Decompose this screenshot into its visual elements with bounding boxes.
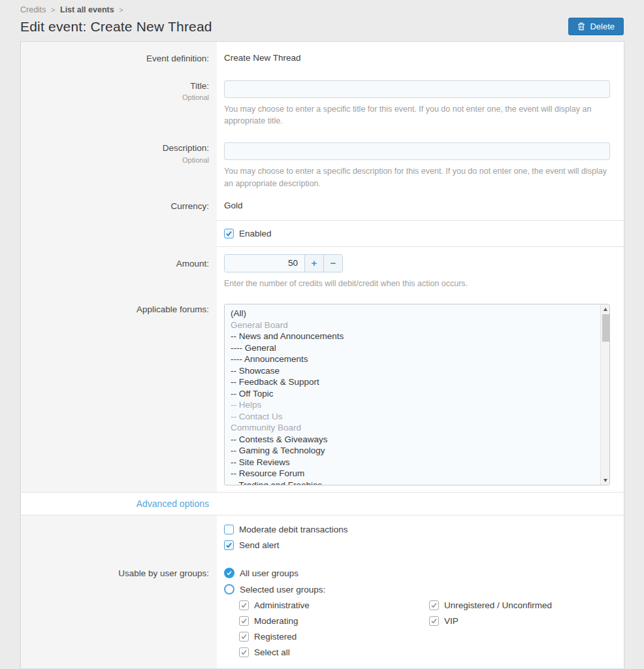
user-group-label: Select all	[254, 647, 290, 657]
page-title: Edit event: Create New Thread	[20, 19, 212, 35]
applicable-forums-label: Applicable forums:	[21, 304, 209, 316]
trash-icon	[577, 22, 585, 31]
forum-option[interactable]: -- Showcase	[231, 365, 595, 377]
usable-by-label: Usable by user groups:	[21, 568, 209, 579]
send-alert-checkbox[interactable]	[224, 540, 234, 550]
description-optional-label: Optional	[21, 156, 209, 164]
user-group-label: Registered	[254, 632, 297, 642]
forum-option[interactable]: -- Contests & Giveaways	[231, 434, 595, 446]
user-group-checkbox[interactable]	[239, 600, 249, 610]
forum-option[interactable]: -- Helps	[231, 399, 595, 411]
forum-option[interactable]: ---- Announcements	[231, 353, 595, 365]
forum-option[interactable]: -- Resource Forum	[231, 468, 595, 480]
all-user-groups-label: All user groups	[240, 568, 298, 578]
title-help: You may choose to enter a specific title…	[224, 103, 610, 127]
applicable-forums-listbox[interactable]: (All) General Board -- News and Announce…	[224, 304, 610, 485]
row-usable-by-user-groups: Usable by user groups: All user groups S…	[21, 560, 624, 668]
breadcrumb-credits[interactable]: Credits	[20, 5, 46, 14]
forum-option[interactable]: -- Off Topic	[231, 388, 595, 400]
listbox-scrollbar[interactable]	[600, 304, 609, 485]
description-help: You may choose to enter a specific descr…	[224, 165, 610, 189]
amount-help: Enter the number of credits will debit/c…	[224, 278, 610, 289]
user-group-checkbox[interactable]	[239, 616, 249, 626]
forum-option[interactable]: Community Board	[231, 422, 595, 434]
amount-decrement-button[interactable]: −	[323, 255, 342, 272]
forum-option[interactable]: -- News and Announcements	[231, 331, 595, 342]
title-optional-label: Optional	[21, 93, 209, 101]
user-group-row[interactable]: VIP	[429, 616, 610, 626]
user-group-checkbox[interactable]	[429, 600, 439, 610]
forum-option[interactable]: -- Feedback & Support	[231, 376, 595, 388]
amount-increment-button[interactable]: +	[304, 255, 323, 272]
user-group-checkbox[interactable]	[429, 616, 439, 626]
advanced-options-toggle[interactable]: Advanced options	[21, 498, 217, 509]
moderate-debit-row[interactable]: Moderate debit transactions	[224, 525, 610, 534]
edit-event-form: Event definition: Create New Thread Titl…	[20, 41, 624, 669]
breadcrumb: Credits > List all events >	[20, 5, 624, 14]
amount-label: Amount:	[21, 258, 209, 270]
forum-option[interactable]: (All)	[231, 308, 595, 319]
user-group-label: VIP	[444, 616, 459, 626]
user-groups-left-column: Administrative Moderating	[239, 600, 429, 663]
all-user-groups-radio-row[interactable]: All user groups	[224, 568, 610, 578]
amount-stepper: + −	[224, 254, 343, 272]
event-definition-label: Event definition:	[21, 53, 209, 65]
page-header: Credits > List all events > Edit event: …	[0, 0, 644, 35]
user-group-row[interactable]: Administrative	[239, 600, 429, 610]
user-group-row[interactable]: Select all	[239, 647, 429, 657]
currency-label: Currency:	[21, 201, 209, 212]
moderate-debit-checkbox[interactable]	[224, 525, 234, 534]
user-groups-grid: Administrative Moderating	[239, 600, 610, 663]
row-currency: Currency: Gold	[21, 195, 624, 220]
forum-option[interactable]: ---- General	[231, 342, 595, 354]
all-user-groups-radio[interactable]	[224, 568, 234, 578]
breadcrumb-list-all-events[interactable]: List all events	[60, 5, 114, 14]
scrollbar-thumb[interactable]	[602, 314, 609, 342]
send-alert-row[interactable]: Send alert	[224, 540, 610, 550]
selected-user-groups-radio[interactable]	[224, 584, 234, 595]
forum-option[interactable]: General Board	[231, 319, 595, 331]
send-alert-label: Send alert	[239, 540, 280, 550]
title-row: Edit event: Create New Thread Delete	[20, 18, 624, 35]
delete-button-label: Delete	[590, 22, 615, 31]
selected-user-groups-label: Selected user groups:	[240, 585, 325, 595]
breadcrumb-separator: >	[51, 6, 55, 14]
description-input[interactable]	[224, 142, 610, 160]
user-group-checkbox[interactable]	[239, 632, 249, 642]
forum-option[interactable]: -- Trading and Freebies	[231, 480, 595, 486]
scrollbar-up-arrow-icon[interactable]	[601, 304, 609, 314]
selected-user-groups-radio-row[interactable]: Selected user groups:	[224, 584, 610, 595]
forum-option[interactable]: -- Site Reviews	[231, 457, 595, 468]
user-group-row[interactable]: Moderating	[239, 616, 429, 626]
event-definition-value: Create New Thread	[224, 53, 610, 63]
delete-button[interactable]: Delete	[568, 18, 624, 35]
row-event-definition: Event definition: Create New Thread	[21, 42, 624, 71]
row-applicable-forums: Applicable forums: (All) General Board -…	[21, 296, 624, 492]
row-title: Title: Optional You may choose to enter …	[21, 71, 624, 133]
description-label: Description:	[21, 142, 209, 154]
row-amount: Amount: + − Enter the number of credits …	[21, 247, 624, 296]
enabled-checkbox[interactable]	[224, 229, 234, 238]
user-group-checkbox[interactable]	[239, 647, 249, 657]
user-group-row[interactable]: Unregistered / Unconfirmed	[429, 600, 610, 610]
user-group-row[interactable]: Registered	[239, 632, 429, 642]
amount-input[interactable]	[225, 255, 304, 272]
row-advanced-options: Advanced options	[21, 492, 624, 515]
title-label: Title:	[21, 80, 209, 92]
enabled-checkbox-row[interactable]: Enabled	[224, 229, 610, 238]
user-groups-right-column: Unregistered / Unconfirmed VIP	[429, 600, 610, 663]
forum-options: (All) General Board -- News and Announce…	[231, 308, 595, 485]
row-advanced-checkboxes: Moderate debit transactions Send alert	[21, 515, 624, 560]
breadcrumb-separator: >	[119, 6, 123, 14]
user-group-label: Moderating	[254, 616, 298, 626]
moderate-debit-label: Moderate debit transactions	[239, 525, 348, 534]
user-group-label: Administrative	[254, 600, 310, 610]
forum-option[interactable]: -- Contact Us	[231, 411, 595, 423]
forum-option[interactable]: -- Gaming & Technology	[231, 445, 595, 457]
page: { "breadcrumb": { "item1": "Credits", "i…	[0, 0, 644, 669]
row-enabled: Enabled	[21, 220, 624, 247]
scrollbar-down-arrow-icon[interactable]	[601, 476, 609, 485]
enabled-label: Enabled	[239, 229, 272, 238]
title-input[interactable]	[224, 80, 610, 98]
user-group-label: Unregistered / Unconfirmed	[444, 600, 552, 610]
